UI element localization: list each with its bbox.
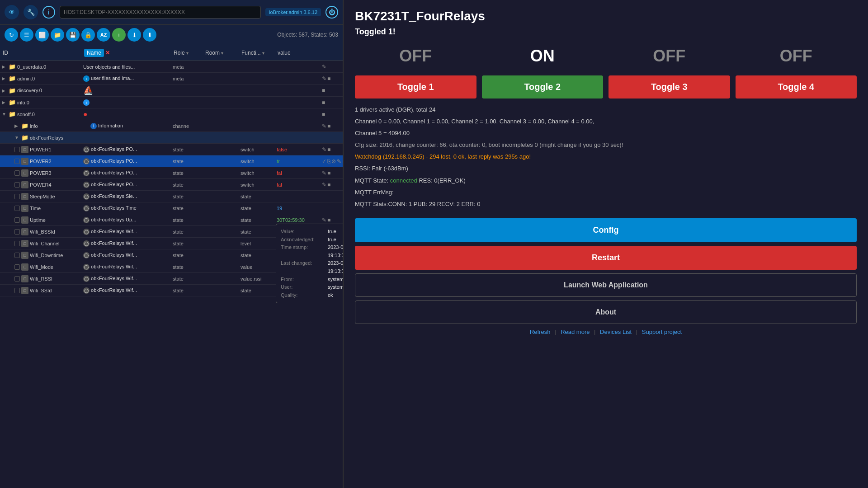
expand-arrow[interactable]: ▼ xyxy=(2,112,7,117)
edit-icon[interactable]: ✎ xyxy=(322,170,326,176)
folder-icon: 📁 xyxy=(21,122,28,129)
table-row[interactable]: ▼ 📁 obkFourRelays xyxy=(0,132,343,144)
read-more-link[interactable]: Read more xyxy=(561,328,590,335)
col-name[interactable]: Name ✕ xyxy=(81,47,171,59)
checkbox[interactable] xyxy=(14,288,20,293)
action-cell: ✎ ■ xyxy=(320,122,343,130)
table-row[interactable]: □ SleepMode ◯ obkFourRelays Sle... state… xyxy=(0,191,343,202)
checkbox[interactable] xyxy=(14,276,20,282)
delete-icon[interactable]: ■ xyxy=(322,111,325,117)
row-id: Wifi_RSSI xyxy=(30,276,52,282)
eye-button[interactable]: 👁 xyxy=(5,5,19,19)
tooltip-from-label: From: xyxy=(281,276,326,284)
name-cell: User objects and files... xyxy=(81,63,171,70)
delete-icon[interactable]: ■ xyxy=(322,87,325,94)
checkbox[interactable] xyxy=(14,241,20,246)
sort-button[interactable]: AZ xyxy=(97,28,110,42)
delete-icon[interactable]: ■ xyxy=(327,75,330,82)
wrench-button[interactable]: 🔧 xyxy=(24,5,38,19)
refresh-button[interactable]: ↻ xyxy=(5,28,18,42)
add-button[interactable]: + xyxy=(112,28,126,42)
block-icon[interactable]: ⊘ xyxy=(331,158,336,164)
edit-icon[interactable]: ✎ xyxy=(322,64,326,70)
checkbox[interactable] xyxy=(14,170,20,176)
expand-arrow[interactable]: ▶ xyxy=(2,76,7,81)
edit-icon[interactable]: ✎ xyxy=(322,217,326,223)
toggle-4-button[interactable]: Toggle 4 xyxy=(736,75,857,99)
tooltip-timestamp: 2023-01-24 19:13:37.958 xyxy=(328,244,343,259)
table-row[interactable]: ▶ 📁 info i Information channe ✎ ■ xyxy=(0,120,343,132)
info-badge: i xyxy=(90,123,97,129)
table-row[interactable]: ▶ 📁 info.0 i ■ xyxy=(0,97,343,108)
toggle-1-button[interactable]: Toggle 1 xyxy=(355,75,476,99)
toggle-3-button[interactable]: Toggle 3 xyxy=(609,75,730,99)
delete-icon[interactable]: ■ xyxy=(342,158,343,164)
name-filter-clear[interactable]: ✕ xyxy=(105,50,110,56)
action-cell: ✓ ⎘ ⊘ ✎ ■ xyxy=(320,157,343,165)
checkbox[interactable] xyxy=(14,229,20,235)
delete-icon[interactable]: ■ xyxy=(327,182,330,188)
table-row[interactable]: □ POWER4 ◯ obkFourRelays PO... state swi… xyxy=(0,179,343,191)
folder-button[interactable]: 📁 xyxy=(51,28,64,42)
refresh-link[interactable]: Refresh xyxy=(530,328,551,335)
checkbox[interactable] xyxy=(14,159,20,164)
expand-arrow[interactable]: ▶ xyxy=(2,64,7,69)
col-role[interactable]: Role ▾ xyxy=(171,47,203,59)
delete-icon[interactable]: ■ xyxy=(327,170,330,176)
checkbox[interactable] xyxy=(14,147,20,152)
download2-button[interactable]: ⬇ xyxy=(143,28,156,42)
delete-icon[interactable]: ■ xyxy=(327,146,330,153)
toggle-icon[interactable]: ✓ xyxy=(322,158,326,164)
table-row[interactable]: ▶ 📁 admin.0 i user files and ima... meta… xyxy=(0,73,343,84)
bottom-buttons: Config Restart Launch Web Application Ab… xyxy=(355,218,857,324)
table-row[interactable]: ▶ 📁 discovery.0 ⛵ ■ xyxy=(0,84,343,97)
devices-list-link[interactable]: Devices List xyxy=(600,328,632,335)
obj-icon: ◯ xyxy=(83,252,90,258)
checkbox[interactable] xyxy=(14,217,20,223)
delete-icon[interactable]: ■ xyxy=(327,217,330,223)
edit-icon[interactable]: ✎ xyxy=(322,123,326,129)
table-row[interactable]: □ POWER2 ◯ obkFourRelays PO... state swi… xyxy=(0,155,343,167)
table-row[interactable]: ▼ 📁 sonoff.0 ● ■ xyxy=(0,108,343,120)
checkbox[interactable] xyxy=(14,253,20,258)
support-link[interactable]: Support project xyxy=(642,328,682,335)
config-button[interactable]: Config xyxy=(355,218,857,242)
info-button[interactable]: i xyxy=(42,6,55,19)
col-room[interactable]: Room ▾ xyxy=(203,47,239,59)
address-input[interactable] xyxy=(60,6,261,19)
expand-arrow[interactable]: ▶ xyxy=(2,88,7,93)
power-button[interactable]: ⏻ xyxy=(326,6,338,19)
table-row[interactable]: □ POWER3 ◯ obkFourRelays PO... state swi… xyxy=(0,167,343,179)
expand-arrow[interactable]: ▼ xyxy=(14,135,20,140)
copy-icon[interactable]: ⎘ xyxy=(327,158,330,164)
lock-button[interactable]: 🔒 xyxy=(81,28,95,42)
about-button[interactable]: About xyxy=(355,300,857,324)
checkbox[interactable] xyxy=(14,182,20,188)
edit-icon[interactable]: ✎ xyxy=(322,75,326,82)
col-id: ID xyxy=(0,47,81,59)
edit-icon[interactable]: ✎ xyxy=(337,158,341,164)
download-button[interactable]: ⬇ xyxy=(127,28,141,42)
delete-icon[interactable]: ■ xyxy=(327,123,330,129)
expand-arrow[interactable]: ▶ xyxy=(2,100,7,105)
table-row[interactable]: □ POWER1 ◯ obkFourRelays PO... state swi… xyxy=(0,144,343,155)
expand-arrow[interactable]: ▶ xyxy=(14,123,20,128)
save-button[interactable]: 💾 xyxy=(66,28,80,42)
edit-icon[interactable]: ✎ xyxy=(322,146,326,153)
table-row[interactable]: ▶ 📁 0_userdata.0 User objects and files.… xyxy=(0,61,343,73)
launch-web-button[interactable]: Launch Web Application xyxy=(355,273,857,297)
list-button[interactable]: ☰ xyxy=(20,28,33,42)
delete-icon[interactable]: ■ xyxy=(322,99,325,106)
edit-icon[interactable]: ✎ xyxy=(322,182,326,188)
checkbox[interactable] xyxy=(14,264,20,270)
row-id: info xyxy=(30,123,38,129)
restart-button[interactable]: Restart xyxy=(355,246,857,270)
state-icon: □ xyxy=(21,181,28,188)
checkbox[interactable] xyxy=(14,206,20,211)
table-row[interactable]: □ Time ◯ obkFourRelays Time state state … xyxy=(0,202,343,214)
box-button[interactable]: ⬜ xyxy=(35,28,49,42)
col-func[interactable]: Functi... ▾ xyxy=(239,47,275,59)
id-cell: □ POWER2 xyxy=(0,157,81,166)
toggle-2-button[interactable]: Toggle 2 xyxy=(482,75,604,99)
checkbox[interactable] xyxy=(14,194,20,199)
